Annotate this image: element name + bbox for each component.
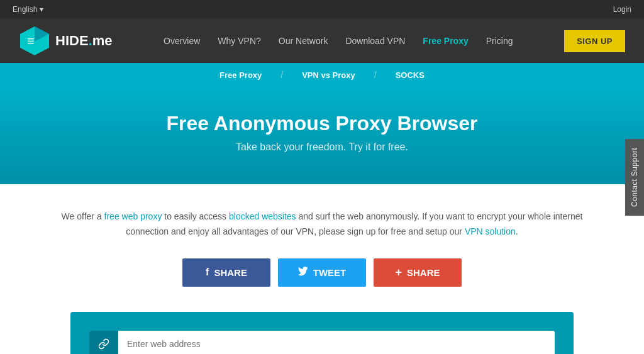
subnav-socks[interactable]: SOCKS xyxy=(396,70,425,80)
google-share-button[interactable]: + SHARE xyxy=(374,258,462,287)
separator-1: / xyxy=(280,70,283,80)
proxy-box: Proxy location: Netherlands ▾ More optio… xyxy=(70,312,574,354)
vpn-solution-link[interactable]: VPN solution xyxy=(465,226,516,236)
hero-title: Free Anonymous Proxy Browser xyxy=(13,112,631,135)
main-nav: ≡ HIDE.me Overview Why VPN? Our Network … xyxy=(0,19,644,63)
google-share-label: SHARE xyxy=(407,267,440,278)
hero-section: Free Anonymous Proxy Browser Take back y… xyxy=(0,87,644,184)
top-bar: English ▾ Login xyxy=(0,0,644,19)
nav-free-proxy[interactable]: Free Proxy xyxy=(423,36,468,46)
sub-nav: Free Proxy / VPN vs Proxy / SOCKS xyxy=(0,63,644,87)
description-text: We offer a free web proxy to easily acce… xyxy=(39,209,605,240)
nav-overview[interactable]: Overview xyxy=(164,36,200,46)
subnav-free-proxy[interactable]: Free Proxy xyxy=(219,70,262,80)
nav-pricing[interactable]: Pricing xyxy=(486,36,513,46)
logo[interactable]: ≡ HIDE.me xyxy=(19,25,112,57)
language-selector[interactable]: English ▾ xyxy=(13,5,43,14)
hero-subtitle: Take back your freedom. Try it for free. xyxy=(13,141,631,153)
svg-text:≡: ≡ xyxy=(27,34,35,48)
content-area: We offer a free web proxy to easily acce… xyxy=(0,184,644,354)
logo-icon: ≡ xyxy=(19,25,50,57)
facebook-share-button[interactable]: f SHARE xyxy=(182,258,270,287)
contact-support-button[interactable]: Contact Support xyxy=(625,138,644,215)
web-address-input[interactable] xyxy=(118,331,555,354)
nav-our-network[interactable]: Our Network xyxy=(279,36,328,46)
free-web-proxy-link[interactable]: free web proxy xyxy=(104,211,162,221)
signup-button[interactable]: SIGN UP xyxy=(564,30,625,52)
twitter-share-button[interactable]: TWEET xyxy=(278,258,366,287)
language-label: English xyxy=(13,5,37,14)
blocked-websites-link[interactable]: blocked websites xyxy=(229,211,296,221)
twitter-icon xyxy=(298,267,308,279)
subnav-vpn-vs-proxy[interactable]: VPN vs Proxy xyxy=(302,70,355,80)
language-chevron: ▾ xyxy=(40,5,43,14)
facebook-share-label: SHARE xyxy=(214,267,247,278)
nav-right: SIGN UP xyxy=(564,30,625,52)
google-plus-icon: + xyxy=(395,266,402,279)
share-buttons: f SHARE TWEET + SHARE xyxy=(38,258,606,287)
facebook-icon: f xyxy=(206,267,209,278)
separator-2: / xyxy=(374,70,377,80)
proxy-input-row xyxy=(89,331,555,354)
logo-text: HIDE.me xyxy=(55,33,112,49)
nav-links: Overview Why VPN? Our Network Download V… xyxy=(164,36,513,46)
nav-why-vpn[interactable]: Why VPN? xyxy=(218,36,260,46)
link-icon xyxy=(89,331,118,354)
nav-download-vpn[interactable]: Download VPN xyxy=(345,36,405,46)
login-link[interactable]: Login xyxy=(613,5,631,14)
twitter-share-label: TWEET xyxy=(313,267,347,278)
